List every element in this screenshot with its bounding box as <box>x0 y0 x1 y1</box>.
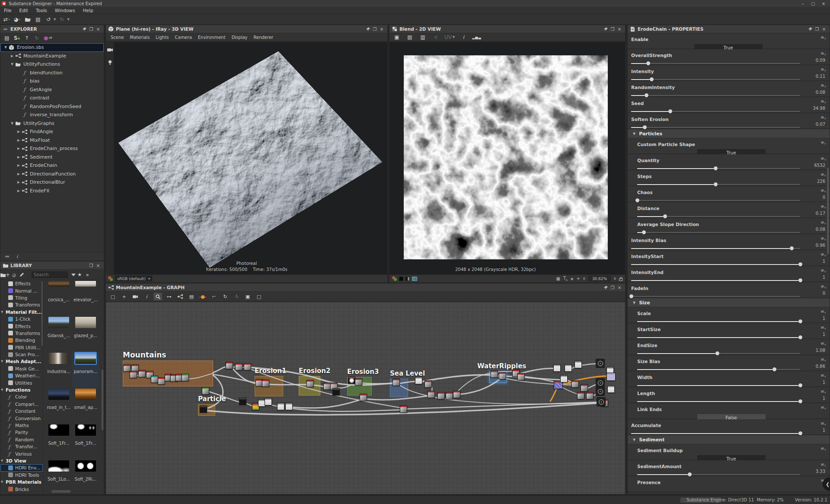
move-icon[interactable]: + <box>120 293 128 300</box>
link-icon[interactable]: ⊶ <box>165 293 173 300</box>
pie-icon[interactable]: ◕ <box>10 271 18 279</box>
close-icon[interactable]: × <box>95 26 102 32</box>
graph-node[interactable] <box>517 373 525 380</box>
reload-icon[interactable]: ↻ <box>34 34 40 42</box>
property-menu-icon[interactable]: ≡∨ <box>820 172 826 177</box>
graph-node[interactable] <box>158 377 165 385</box>
expand-caret[interactable]: ▼ <box>10 121 15 125</box>
zoom-level[interactable]: 30.62% <box>588 276 611 281</box>
library-category-hdri-tools[interactable]: HDRI Tools <box>0 472 43 478</box>
tree-item-getangle[interactable]: ƒGetAngle <box>0 86 104 94</box>
graph-node[interactable] <box>499 372 506 380</box>
graph-node[interactable] <box>202 387 209 395</box>
library-search-input[interactable] <box>32 271 68 278</box>
property-menu-icon[interactable]: ≡∨ <box>820 268 826 273</box>
swatch-black[interactable] <box>399 277 403 281</box>
save-icon[interactable]: ▤ <box>4 34 10 42</box>
view3d-menu-environment[interactable]: Environment <box>195 35 229 40</box>
lock-icon[interactable] <box>619 278 622 281</box>
save-icon[interactable]: ▤ <box>405 33 414 41</box>
library-thumbnail-soft2[interactable]: Soft_1Fr... <box>72 424 99 459</box>
redo-icon-dropdown[interactable]: ▼ <box>67 18 69 21</box>
graph-node[interactable] <box>262 380 269 387</box>
graph-output-node[interactable] <box>596 387 605 396</box>
graph-node[interactable] <box>226 362 233 369</box>
library-thumbnail-industrial[interactable]: industria... <box>45 352 72 388</box>
graph-node[interactable] <box>400 405 407 413</box>
property-menu-icon[interactable]: ≡∨ <box>820 309 826 314</box>
expand-caret[interactable]: ▶ <box>10 54 15 58</box>
library-thumbnail-gdansk[interactable]: Gdansk_... <box>45 316 72 352</box>
property-slider[interactable] <box>631 431 800 436</box>
graph-node[interactable] <box>348 376 355 384</box>
library-section-pbr-materials[interactable]: ▼PBR Materials <box>0 478 43 485</box>
library-category-effects[interactable]: Effects <box>0 322 43 329</box>
property-menu-icon[interactable]: ≡∨ <box>820 357 826 362</box>
property-menu-icon[interactable]: ≡∨ <box>820 156 826 161</box>
more-chevrons-icon[interactable]: » <box>83 271 91 279</box>
library-category-transforms[interactable]: Transforms <box>0 301 43 308</box>
maximize-button[interactable]: ▢ <box>808 1 818 6</box>
bulb-icon[interactable] <box>108 59 112 67</box>
thumbs-scrollbar[interactable] <box>102 370 103 430</box>
library-thumbnail-corsica[interactable]: corsica_... <box>45 280 72 316</box>
graph-node[interactable] <box>571 380 579 388</box>
slider-knob[interactable] <box>790 246 794 250</box>
property-menu-icon[interactable]: ≡∨ <box>820 99 826 104</box>
publish-icon[interactable]: ↑ <box>24 34 30 42</box>
view3d-menu-camera[interactable]: Camera <box>172 35 195 40</box>
properties-scrollbar[interactable] <box>827 168 829 254</box>
tree-item-mixfloat[interactable]: ▶MixFloat <box>0 136 104 145</box>
image-icon[interactable]: ▣ <box>243 293 252 300</box>
edit-icon[interactable] <box>18 271 26 279</box>
tree-item-inverse_transform[interactable]: ƒinverse_transform <box>0 111 104 119</box>
property-menu-icon[interactable]: ≡∨ <box>820 389 826 394</box>
close-icon[interactable]: × <box>616 26 623 32</box>
layers-icon[interactable]: ▤ <box>187 293 196 300</box>
float-icon[interactable]: ❒ <box>609 26 616 32</box>
undo-icon[interactable]: ↺ <box>44 16 53 23</box>
view3d-menu-renderer[interactable]: Renderer <box>251 35 277 40</box>
layers-icon[interactable]: ▣ <box>393 33 401 41</box>
float-icon[interactable]: ❒ <box>609 284 616 290</box>
pin-icon[interactable] <box>602 284 609 290</box>
library-section-3d-view[interactable]: ▼3D View <box>0 457 43 464</box>
uv-dropdown[interactable]: UV ▼ <box>444 33 455 41</box>
float-icon[interactable]: ❒ <box>88 26 95 32</box>
slider-knob[interactable] <box>715 351 719 355</box>
pin-icon[interactable] <box>807 26 814 32</box>
library-category-1-click[interactable]: 1-Click <box>0 316 43 322</box>
graph-node[interactable] <box>151 376 158 383</box>
add-folder-icon[interactable]: + <box>0 271 10 279</box>
share-icon[interactable]: ≺ <box>431 33 440 41</box>
library-category-constant[interactable]: ƒConstant <box>0 408 43 415</box>
new-package-icon[interactable]: ◕+ <box>13 16 22 23</box>
close-icon[interactable]: × <box>378 26 385 32</box>
expand-caret[interactable]: ▼ <box>10 62 15 66</box>
expand-caret[interactable]: ▶ <box>16 155 21 159</box>
properties-section-sediment[interactable]: ▼Sediment <box>628 435 830 444</box>
swatch-gray[interactable] <box>405 277 410 281</box>
rotate-icon[interactable]: ↻ <box>221 293 230 300</box>
graph-node[interactable] <box>239 398 246 405</box>
library-category-blending[interactable]: Blending <box>0 337 43 344</box>
property-slider[interactable] <box>631 293 800 299</box>
zoom-icon[interactable] <box>153 293 162 300</box>
histogram-icon[interactable]: ▂▅▃ <box>472 33 481 41</box>
graph-node[interactable] <box>586 392 594 399</box>
view2d-viewport[interactable]: 2048 x 2048 (Grayscale HDR, 32bpc) <box>389 42 625 275</box>
slider-knob[interactable] <box>798 383 802 387</box>
tree-item-blendfunction[interactable]: ƒblendfunction <box>0 69 104 77</box>
property-menu-icon[interactable]: ≡∨ <box>820 204 826 209</box>
info-icon[interactable]: i <box>142 293 151 300</box>
property-menu-icon[interactable]: ≡∨ <box>820 188 826 193</box>
library-thumbnail-road[interactable]: road_in_t... <box>45 388 72 424</box>
graph-node[interactable] <box>130 371 137 378</box>
slider-knob[interactable] <box>645 93 648 97</box>
favorite-star-icon[interactable]: ★ <box>76 271 83 279</box>
slider-knob[interactable] <box>798 335 802 339</box>
view3d-viewport[interactable]: Photoreal Iterations: 500/500 Time: 37s/… <box>106 42 387 275</box>
slider-knob[interactable] <box>773 367 776 371</box>
expand-caret[interactable]: ▶ <box>16 172 21 176</box>
camera-icon[interactable] <box>131 293 140 300</box>
